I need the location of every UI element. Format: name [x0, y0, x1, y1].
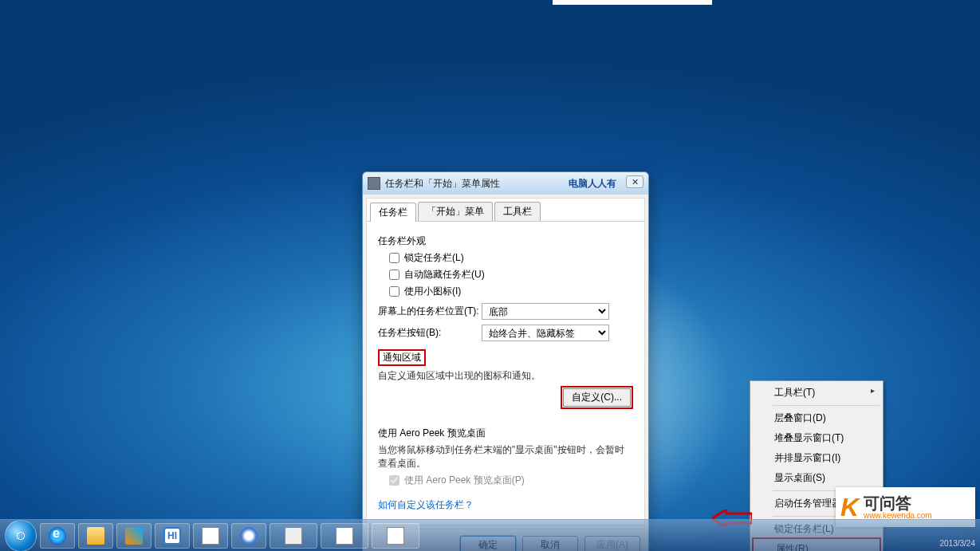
aero-peek-title: 使用 Aero Peek 预览桌面	[378, 427, 633, 440]
tab-panel-taskbar: 任务栏外观 锁定任务栏(L) 自动隐藏任务栏(U) 使用小图标(I) 屏幕上的任…	[367, 222, 644, 520]
small-icons-checkbox[interactable]: 使用小图标(I)	[389, 285, 633, 298]
taskbar-properties-dialog: 任务栏和「开始」菜单属性 电脑人人有 ✕ 任务栏 「开始」菜单 工具栏 任务栏外…	[362, 171, 649, 551]
autohide-checkbox[interactable]: 自动隐藏任务栏(U)	[389, 268, 633, 281]
dialog-icon	[368, 177, 380, 190]
taskbar-paint-window[interactable]	[321, 523, 368, 549]
folder-icon	[87, 527, 104, 545]
position-select[interactable]: 底部	[482, 303, 609, 320]
taskbar[interactable]: HI 2013/3/24	[0, 519, 980, 551]
ie-icon	[49, 527, 66, 545]
taskbar-ie[interactable]	[40, 523, 75, 549]
notify-desc: 自定义通知区域中出现的图标和通知。	[378, 369, 633, 383]
close-button[interactable]: ✕	[626, 175, 643, 188]
dialog-body: 任务栏 「开始」菜单 工具栏 任务栏外观 锁定任务栏(L) 自动隐藏任务栏(U)…	[366, 198, 645, 525]
dialog-title: 任务栏和「开始」菜单属性	[385, 177, 500, 191]
menu-toolbars[interactable]: 工具栏(T)	[752, 383, 881, 403]
notepad-icon	[387, 527, 404, 545]
menu-sidebyside[interactable]: 并排显示窗口(I)	[752, 448, 881, 468]
menu-separator	[773, 405, 880, 406]
taskbar-notepad[interactable]	[372, 523, 419, 549]
taskbar-paint[interactable]	[193, 523, 228, 549]
aero-peek-desc: 当您将鼠标移动到任务栏末端的"显示桌面"按钮时，会暂时查看桌面。	[378, 443, 633, 470]
customize-button[interactable]: 自定义(C)...	[563, 388, 631, 407]
taskbar-sogou[interactable]	[231, 523, 266, 549]
customize-button-highlight: 自定义(C)...	[561, 386, 633, 409]
buttons-label: 任务栏按钮(B):	[378, 326, 482, 340]
watermark-k-icon: K	[840, 494, 859, 520]
media-icon	[125, 527, 143, 545]
taskbar-date: 2013/3/24	[940, 539, 976, 548]
taskbar-hi[interactable]: HI	[155, 523, 190, 549]
tab-taskbar[interactable]: 任务栏	[370, 203, 416, 222]
taskbar-explorer[interactable]	[78, 523, 113, 549]
help-link[interactable]: 如何自定义该任务栏？	[378, 498, 474, 512]
watermark-url: www.kewenda.com	[864, 511, 932, 520]
tabstrip: 任务栏 「开始」菜单 工具栏	[367, 199, 644, 222]
start-button[interactable]	[5, 520, 37, 552]
calc-icon	[285, 527, 302, 545]
taskbar-media[interactable]	[116, 523, 152, 549]
menu-stack[interactable]: 堆叠显示窗口(T)	[752, 428, 881, 448]
taskbar-calc[interactable]	[270, 523, 317, 549]
top-white-artifact	[553, 0, 712, 5]
tab-toolbars[interactable]: 工具栏	[494, 202, 541, 221]
tab-start-menu[interactable]: 「开始」菜单	[418, 202, 493, 221]
notify-area-title: 通知区域	[383, 352, 421, 363]
hi-icon: HI	[163, 527, 181, 545]
watermark-title: 可问答	[864, 495, 932, 511]
aero-peek-checkbox: 使用 Aero Peek 预览桌面(P)	[389, 474, 633, 487]
appearance-group-title: 任务栏外观	[378, 234, 633, 248]
position-label: 屏幕上的任务栏位置(T):	[378, 305, 482, 318]
buttons-select[interactable]: 始终合并、隐藏标签	[482, 325, 609, 341]
menu-cascade[interactable]: 层叠窗口(D)	[752, 408, 881, 428]
titlebar[interactable]: 任务栏和「开始」菜单属性 电脑人人有 ✕	[363, 172, 648, 195]
notify-area-title-highlight: 通知区域	[378, 349, 426, 366]
menu-show-desktop[interactable]: 显示桌面(S)	[752, 468, 881, 488]
sogou-icon	[240, 527, 258, 545]
dialog-title-extra: 电脑人人有	[569, 177, 616, 191]
paint-icon	[202, 527, 219, 545]
lock-taskbar-checkbox[interactable]: 锁定任务栏(L)	[389, 251, 633, 265]
paint-icon	[336, 527, 353, 545]
